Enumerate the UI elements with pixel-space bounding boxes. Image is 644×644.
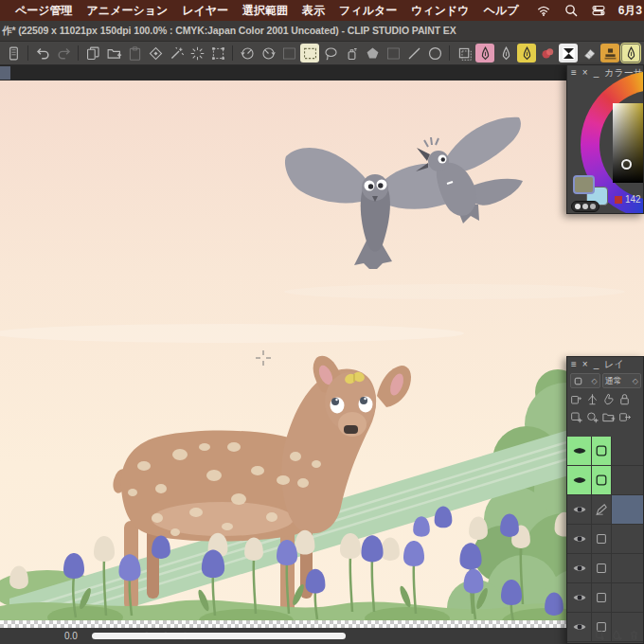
lock-layer-icon[interactable]: [617, 392, 632, 406]
rotate-ccw-button[interactable]: [238, 44, 257, 63]
selected-layer-highlight: [612, 495, 644, 524]
visibility-eye-icon[interactable]: [567, 437, 592, 465]
pen-selected-button[interactable]: [621, 44, 640, 63]
draft-layer-icon[interactable]: [601, 392, 616, 406]
minimize-icon[interactable]: _: [594, 360, 599, 369]
layers-panel-header[interactable]: ≡ × _ レイ: [567, 357, 643, 371]
sv-cursor[interactable]: [621, 159, 632, 170]
paste-button[interactable]: [125, 44, 144, 63]
transparent-color-pill[interactable]: [571, 201, 599, 212]
rotate-cw-button[interactable]: [259, 44, 277, 63]
decoration-orange-button[interactable]: [600, 44, 619, 63]
gradient-icon: [385, 45, 402, 62]
canvas-artwork[interactable]: [0, 80, 644, 628]
pen-outline-button[interactable]: [496, 44, 515, 63]
magic-wand-button[interactable]: [167, 44, 186, 63]
control-center-icon[interactable]: [591, 3, 606, 18]
panel-menu-icon[interactable]: ≡: [571, 360, 577, 369]
menu-selection[interactable]: 選択範囲: [242, 3, 288, 19]
reference-layer-icon[interactable]: [585, 392, 599, 406]
blend-mode-dropdown[interactable]: 通常 ◇: [602, 373, 641, 388]
layer-row[interactable]: [567, 554, 644, 583]
saturation-value-box[interactable]: [613, 103, 644, 183]
lasso-button[interactable]: [321, 44, 340, 63]
menu-layer[interactable]: レイヤー: [182, 3, 228, 19]
layer-row-selected[interactable]: [567, 495, 644, 525]
transform-icon: [148, 45, 164, 62]
polygon-button[interactable]: [363, 44, 382, 63]
layer-type-dropdown[interactable]: ◇: [570, 373, 600, 388]
red-channel-icon: [615, 196, 622, 204]
visibility-eye-icon[interactable]: [567, 495, 592, 524]
close-icon[interactable]: ×: [582, 68, 588, 78]
transform-button[interactable]: [146, 44, 165, 63]
new-folder-button[interactable]: [104, 44, 123, 63]
eraser-diamond-button[interactable]: [559, 44, 578, 63]
layer-checkbox-icon[interactable]: [592, 583, 612, 612]
menu-help[interactable]: ヘルプ: [484, 3, 519, 19]
canvas-transparency-edge: [0, 620, 644, 628]
new-raster-layer-icon[interactable]: [569, 410, 583, 424]
shading-button[interactable]: [279, 44, 298, 63]
wifi-icon[interactable]: [536, 3, 551, 18]
pen-pink-button[interactable]: [475, 44, 494, 63]
layer-checkbox-icon[interactable]: [592, 554, 612, 582]
clip-to-layer-icon[interactable]: [569, 392, 583, 406]
menu-window[interactable]: ウィンドウ: [411, 3, 469, 19]
eraser-button[interactable]: [580, 44, 599, 63]
eraser-diamond-icon: [561, 45, 577, 62]
line-button[interactable]: [404, 44, 423, 63]
visibility-eye-icon[interactable]: [567, 525, 592, 553]
menubar-date[interactable]: 6月3: [618, 3, 642, 19]
frame-border-button[interactable]: [455, 44, 474, 63]
layer-row[interactable]: [567, 583, 644, 613]
layer-thumbnail-icon[interactable]: [592, 466, 612, 494]
burst-button[interactable]: [188, 44, 206, 63]
layer-thumbnail-icon[interactable]: [592, 437, 612, 465]
layers-panel-title: レイ: [604, 358, 623, 371]
marquee-select-button[interactable]: [300, 44, 319, 63]
pen-selected-icon: [623, 45, 639, 62]
lasso-icon: [323, 45, 339, 62]
add-color-icon[interactable]: [611, 629, 623, 641]
dropdown-diamond-icon: ◇: [633, 377, 638, 385]
spray-button[interactable]: [342, 44, 361, 63]
layer-row[interactable]: [567, 525, 644, 554]
editing-pencil-icon[interactable]: [592, 495, 612, 524]
decoration-orange-icon: [602, 45, 618, 62]
menu-filter[interactable]: フィルター: [339, 3, 397, 19]
panel-menu-icon[interactable]: ≡: [571, 68, 577, 78]
window-titlebar[interactable]: 作* (22509 x 11021px 150dpi 100.0% : CMYK…: [0, 21, 644, 42]
undo-button[interactable]: [33, 44, 52, 63]
magic-wand-icon: [169, 45, 185, 62]
new-layer-folder-icon[interactable]: [601, 410, 616, 424]
transfer-layer-icon[interactable]: [617, 410, 632, 424]
search-icon[interactable]: [564, 3, 579, 18]
document-tab[interactable]: [0, 66, 10, 80]
new-vector-layer-icon[interactable]: [585, 410, 599, 424]
visibility-eye-icon[interactable]: [567, 583, 592, 612]
duplicate-swatch-icon[interactable]: [594, 629, 606, 641]
layer-row[interactable]: [567, 466, 644, 495]
delete-color-icon[interactable]: [628, 629, 640, 641]
pen-yellow-button[interactable]: [517, 44, 536, 63]
menu-animation[interactable]: アニメーション: [87, 3, 169, 19]
canvas-area: [0, 80, 644, 628]
ellipse-button[interactable]: [425, 44, 444, 63]
visibility-eye-icon[interactable]: [567, 554, 592, 582]
layer-checkbox-icon[interactable]: [592, 525, 612, 553]
rgb-readout: 142: [615, 194, 644, 205]
layer-row[interactable]: [567, 437, 644, 466]
menu-view[interactable]: 表示: [302, 3, 325, 19]
copy-button[interactable]: [83, 44, 102, 63]
tablet-mode-button[interactable]: [4, 44, 23, 63]
airbrush-red-button[interactable]: [538, 44, 557, 63]
gradient-button[interactable]: [384, 44, 402, 63]
main-color-swatch[interactable]: [573, 175, 595, 194]
menu-page-management[interactable]: ページ管理: [15, 3, 73, 19]
crop-frame-button[interactable]: [208, 44, 227, 63]
close-icon[interactable]: ×: [582, 360, 588, 369]
redo-button[interactable]: [54, 44, 73, 63]
visibility-eye-icon[interactable]: [567, 466, 592, 494]
minimize-icon[interactable]: _: [594, 68, 599, 78]
